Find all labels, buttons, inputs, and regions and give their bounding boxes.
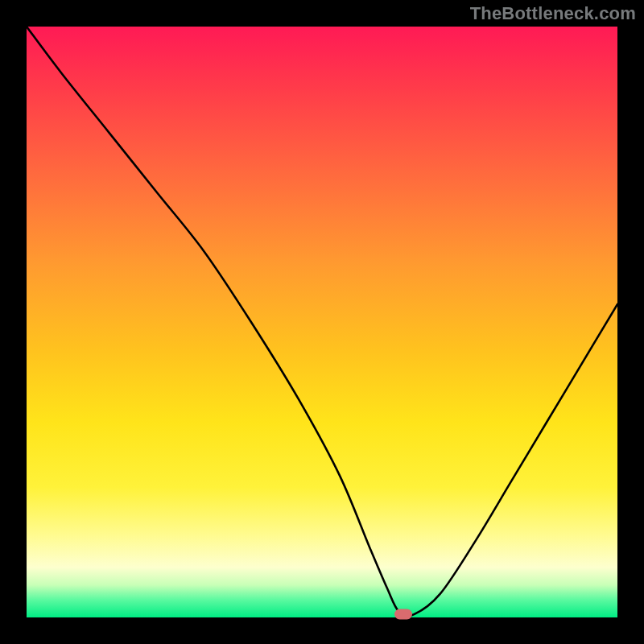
bottleneck-curve bbox=[27, 27, 617, 617]
optimum-marker bbox=[394, 609, 412, 620]
plot-area bbox=[27, 27, 617, 617]
watermark-text: TheBottleneck.com bbox=[470, 3, 636, 24]
chart-frame: TheBottleneck.com bbox=[0, 0, 644, 644]
